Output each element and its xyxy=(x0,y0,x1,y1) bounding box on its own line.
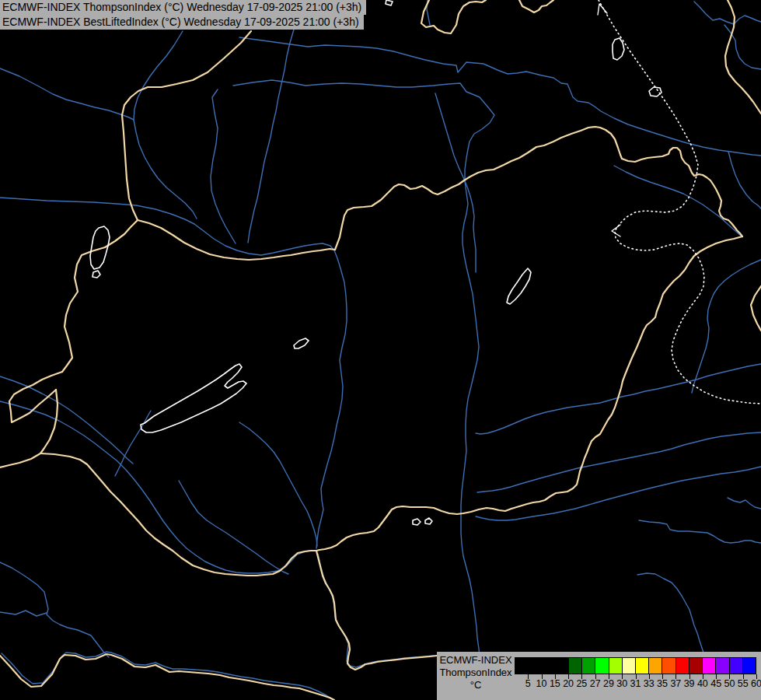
scale-tick-label: 25 xyxy=(576,678,587,689)
scale-cell xyxy=(582,658,595,674)
scale-tick-label: 37 xyxy=(670,678,681,689)
scale-cell xyxy=(569,658,582,674)
scale-tick-label: 27 xyxy=(590,678,601,689)
scale-tick-label: 35 xyxy=(657,678,668,689)
scale-tick-label: 50 xyxy=(724,678,735,689)
legend-title-unit: °C xyxy=(437,679,515,691)
forecast-header: ECMWF-INDEX ThompsonIndex (°C) Wednesday… xyxy=(0,0,366,30)
scale-tick-label: 30 xyxy=(616,678,627,689)
legend-title: ECMWF-INDEX ThompsonIndex °C xyxy=(437,654,515,691)
scale-cell xyxy=(595,658,609,674)
legend-title-model: ECMWF-INDEX xyxy=(437,654,515,667)
scale-tick-label: 29 xyxy=(603,678,614,689)
scale-cell xyxy=(649,658,662,674)
scale-tick-label: 55 xyxy=(738,678,749,689)
scale-tick-label: 45 xyxy=(710,678,721,689)
scale-cell xyxy=(609,658,623,674)
scale-tick-label: 33 xyxy=(644,678,655,689)
scale-cell xyxy=(716,658,729,674)
scale-tick-label: 31 xyxy=(630,678,641,689)
color-scale-bar xyxy=(515,657,756,674)
scale-cell xyxy=(529,658,542,674)
color-scale-legend: ECMWF-INDEX ThompsonIndex °C 51015202527… xyxy=(437,652,761,700)
scale-cell xyxy=(515,658,529,674)
map-background xyxy=(0,0,761,700)
scale-cell xyxy=(676,658,689,674)
forecast-header-line-2: ECMWF-INDEX BestLiftedIndex (°C) Wednesd… xyxy=(0,15,364,30)
scale-cell xyxy=(556,658,569,674)
scale-tick-label: 15 xyxy=(550,678,560,689)
scale-tick-label: 20 xyxy=(563,678,574,689)
scale-cell xyxy=(730,658,743,674)
scale-tick-label: 60 xyxy=(751,678,761,689)
scale-tick-label: 40 xyxy=(697,678,708,689)
scale-cell xyxy=(662,658,675,674)
scale-tick-label: 10 xyxy=(536,678,547,689)
weather-map-screen: ECMWF-INDEX ThompsonIndex (°C) Wednesday… xyxy=(0,0,761,700)
scale-cell xyxy=(703,658,716,674)
scale-tick-label: 5 xyxy=(525,678,531,689)
scale-tick-label: 39 xyxy=(684,678,695,689)
scale-cell xyxy=(689,658,703,674)
map-canvas xyxy=(0,0,761,700)
scale-cell xyxy=(623,658,636,674)
scale-cell xyxy=(542,658,555,674)
forecast-header-line-1: ECMWF-INDEX ThompsonIndex (°C) Wednesday… xyxy=(0,0,366,15)
scale-cell xyxy=(743,658,756,674)
legend-title-index: ThompsonIndex xyxy=(437,667,515,679)
scale-cell xyxy=(636,658,649,674)
